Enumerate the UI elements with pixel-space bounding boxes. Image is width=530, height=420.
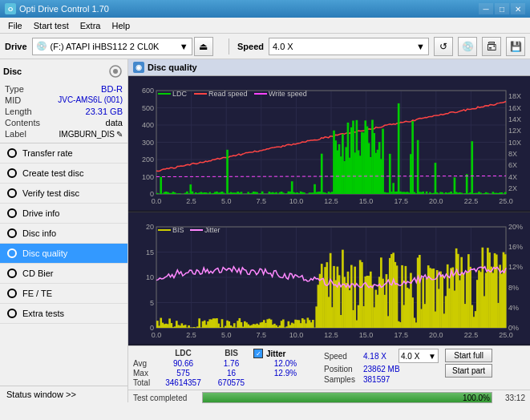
start-part-button[interactable]: Start part — [445, 364, 492, 378]
refresh-button[interactable]: ↺ — [434, 37, 453, 56]
toolbar-separator — [229, 38, 229, 55]
stats-table: LDC BIS ✓ Jitter Avg 90.66 1.76 12.0% — [133, 349, 318, 387]
samples-row: Samples 381597 — [324, 375, 439, 384]
speed-key: Speed — [324, 352, 360, 361]
close-button[interactable]: ✕ — [511, 3, 525, 14]
titlebar-buttons: ─ □ ✕ — [479, 3, 525, 14]
sidebar-item-transfer-rate[interactable]: Transfer rate — [0, 143, 127, 164]
max-bis: 16 — [209, 369, 253, 378]
action-buttons: Start full Start part — [445, 349, 492, 378]
sidebar-item-cd-bier[interactable]: CD Bier — [0, 264, 127, 284]
stats-headers: LDC BIS ✓ Jitter — [157, 349, 318, 358]
chart2-canvas — [128, 212, 530, 344]
transfer-rate-icon — [6, 147, 18, 159]
speed-row: Speed 4.18 X 4.0 X▼ — [324, 349, 439, 363]
disc-read-button[interactable]: 💿 — [458, 37, 477, 56]
save-button[interactable]: 💾 — [506, 37, 525, 56]
position-row: Position 23862 MB — [324, 365, 439, 374]
samples-value: 381597 — [363, 375, 390, 384]
max-ldc: 575 — [157, 369, 209, 378]
nav-items: Transfer rate Create test disc Verify te… — [0, 143, 127, 386]
minimize-button[interactable]: ─ — [479, 3, 493, 14]
menu-file[interactable]: File — [3, 19, 27, 32]
app-icon: O — [5, 3, 16, 14]
progress-bar-fill — [203, 393, 492, 402]
sidebar-item-fe-te[interactable]: FE / TE — [0, 284, 127, 304]
fe-te-icon — [6, 288, 18, 299]
titlebar-title: O Opti Drive Control 1.70 — [5, 3, 109, 14]
disc-quality-header-icon: ◉ — [133, 62, 144, 73]
drive-selector-wrapper: 💿 (F:) ATAPI iHBS112 2 CL0K ▼ ⏏ — [32, 37, 220, 56]
progress-percent: 100.0% — [463, 393, 490, 402]
bis-header: BIS — [209, 349, 253, 358]
create-test-disc-icon — [6, 168, 18, 179]
disc-panel: Disc Type BD-R MID JVC-AMS6L (001) Lengt… — [0, 59, 127, 143]
jitter-checkbox[interactable]: ✓ — [253, 349, 263, 358]
titlebar: O Opti Drive Control 1.70 ─ □ ✕ — [0, 0, 530, 18]
sidebar-item-disc-quality[interactable]: Disc quality — [0, 244, 127, 264]
speed-label: Speed — [237, 42, 264, 51]
time-display: 33:12 — [497, 394, 525, 402]
extra-tests-icon — [6, 308, 18, 319]
position-value: 23862 MB — [363, 365, 400, 374]
start-full-button[interactable]: Start full — [445, 349, 492, 362]
disc-mid-row: MID JVC-AMS6L (001) — [3, 95, 124, 106]
sidebar-item-verify-test-disc[interactable]: Verify test disc — [0, 184, 127, 204]
chart2-container — [128, 212, 530, 345]
disc-settings-icon[interactable] — [107, 63, 124, 80]
main-area: Disc Type BD-R MID JVC-AMS6L (001) Lengt… — [0, 59, 530, 402]
toolbar: Drive 💿 (F:) ATAPI iHBS112 2 CL0K ▼ ⏏ Sp… — [0, 34, 530, 59]
total-bis: 670575 — [209, 378, 253, 387]
menubar: File Start test Extra Help — [0, 18, 530, 34]
drive-select[interactable]: 💿 (F:) ATAPI iHBS112 2 CL0K ▼ — [32, 38, 192, 55]
sidebar-item-drive-info[interactable]: Drive info — [0, 204, 127, 224]
speed-select[interactable]: 4.0 X▼ — [269, 38, 429, 55]
label-edit-icon[interactable]: ✎ — [116, 130, 123, 139]
sidebar-item-extra-tests[interactable]: Extra tests — [0, 304, 127, 324]
max-jitter: 12.9% — [253, 369, 318, 378]
eject-button[interactable]: ⏏ — [194, 37, 213, 56]
disc-length-row: Length 23.31 GB — [3, 106, 124, 117]
disc-info-icon — [6, 228, 18, 239]
drive-label: Drive — [5, 42, 27, 51]
total-row: Total 34614357 670575 — [133, 378, 318, 387]
samples-key: Samples — [324, 375, 360, 384]
jitter-header: Jitter — [266, 349, 285, 358]
stats-area: LDC BIS ✓ Jitter Avg 90.66 1.76 12.0% — [128, 345, 530, 390]
position-key: Position — [324, 365, 360, 374]
progress-bar: 100.0% — [202, 392, 492, 403]
sidebar: Disc Type BD-R MID JVC-AMS6L (001) Lengt… — [0, 59, 128, 402]
speed-select-field[interactable]: 4.0 X▼ — [399, 349, 439, 363]
sidebar-item-disc-info[interactable]: Disc info — [0, 224, 127, 244]
content-area: ◉ Disc quality LDC BIS — [128, 59, 530, 402]
status-window-button[interactable]: Status window >> — [0, 386, 127, 402]
jitter-section: ✓ Jitter — [253, 349, 318, 358]
ldc-header: LDC — [157, 349, 209, 358]
progress-area: Test completed 100.0% 33:12 — [128, 390, 530, 405]
avg-jitter: 12.0% — [253, 359, 318, 368]
cd-bier-icon — [6, 268, 18, 279]
speed-value: 4.18 X — [363, 352, 395, 361]
app-title: Opti Drive Control 1.70 — [19, 4, 109, 14]
disc-write-button[interactable]: 🖆 — [482, 37, 501, 56]
menu-extra[interactable]: Extra — [75, 19, 106, 32]
disc-label-row: Label IMGBURN_DIS ✎ — [3, 128, 124, 139]
disc-panel-title: Disc — [3, 67, 22, 76]
disc-quality-icon — [6, 248, 18, 259]
chart1-canvas — [128, 76, 530, 210]
total-ldc: 34614357 — [157, 378, 209, 387]
disc-quality-title: Disc quality — [148, 63, 197, 72]
verify-test-disc-icon — [6, 188, 18, 199]
maximize-button[interactable]: □ — [495, 3, 509, 14]
disc-type-row: Type BD-R — [3, 83, 124, 95]
sidebar-item-create-test-disc[interactable]: Create test disc — [0, 164, 127, 184]
max-row: Max 575 16 12.9% — [133, 369, 318, 378]
menu-start-test[interactable]: Start test — [29, 19, 74, 32]
menu-help[interactable]: Help — [107, 19, 135, 32]
avg-bis: 1.76 — [209, 359, 253, 368]
avg-ldc: 90.66 — [157, 359, 209, 368]
drive-info-icon — [6, 208, 18, 219]
status-text: Test completed — [133, 394, 197, 402]
speed-position-section: Speed 4.18 X 4.0 X▼ Position 23862 MB Sa… — [324, 349, 439, 384]
disc-contents-row: Contents data — [3, 117, 124, 128]
